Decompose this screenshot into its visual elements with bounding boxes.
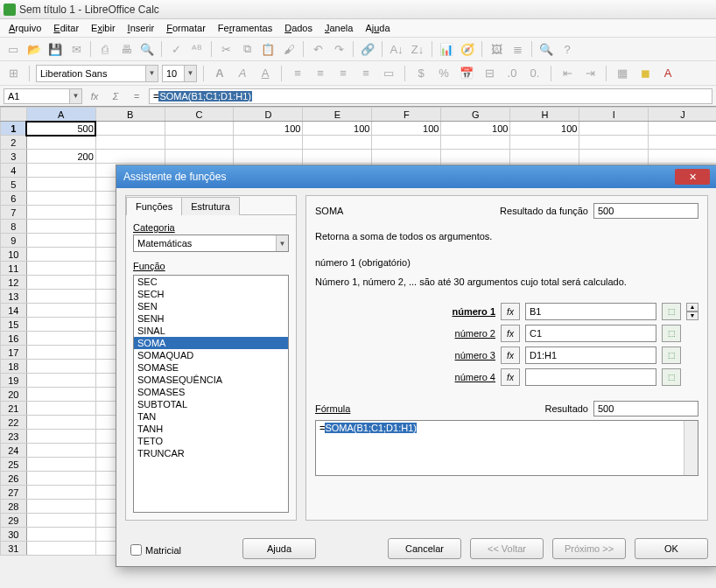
cell-A17[interactable] — [26, 346, 95, 360]
row-header-3[interactable]: 3 — [1, 150, 27, 164]
cell-I1[interactable] — [579, 122, 649, 136]
autocheck-icon[interactable]: ᴬᴮ — [187, 39, 207, 59]
cell-H2[interactable] — [510, 136, 579, 150]
row-header-18[interactable]: 18 — [1, 360, 27, 374]
function-wizard-icon[interactable]: fx — [86, 88, 103, 104]
bgcolor-icon[interactable]: ◼ — [635, 64, 655, 83]
email-icon[interactable]: ✉ — [67, 39, 86, 59]
cell-A8[interactable] — [26, 220, 95, 234]
shrink-icon[interactable]: ⬚ — [662, 368, 681, 386]
cell-F1[interactable]: 100 — [372, 122, 441, 136]
percent-icon[interactable]: % — [434, 64, 453, 83]
function-item[interactable]: SOMAQUAD — [134, 349, 288, 361]
cell-B3[interactable] — [95, 150, 165, 164]
menu-exibir[interactable]: Exibir — [86, 21, 121, 35]
function-item[interactable]: SUBTOTAL — [134, 398, 288, 410]
align-left-icon[interactable]: ≡ — [288, 64, 307, 83]
cell-A3[interactable]: 200 — [26, 150, 95, 164]
row-header-6[interactable]: 6 — [1, 192, 27, 206]
date-icon[interactable]: 📅 — [457, 64, 476, 83]
cell-F3[interactable] — [372, 150, 441, 164]
currency-icon[interactable]: $ — [411, 64, 431, 83]
fx-icon[interactable]: fx — [501, 346, 520, 364]
row-header-10[interactable]: 10 — [1, 248, 27, 262]
next-button[interactable]: Próximo >> — [552, 538, 626, 559]
pdf-icon[interactable]: ⎙ — [95, 39, 115, 59]
row-header-9[interactable]: 9 — [1, 234, 27, 248]
cell-I3[interactable] — [579, 150, 649, 164]
cell-I2[interactable] — [579, 136, 649, 150]
cell-C2[interactable] — [165, 136, 234, 150]
fontcolor-icon[interactable]: A — [658, 64, 677, 83]
function-item[interactable]: SINAL — [134, 325, 288, 337]
cell-A14[interactable] — [26, 304, 95, 318]
align-right-icon[interactable]: ≡ — [333, 64, 353, 83]
row-header-21[interactable]: 21 — [1, 402, 27, 416]
shrink-icon[interactable]: ⬚ — [662, 325, 681, 342]
row-header-17[interactable]: 17 — [1, 346, 27, 360]
col-header-G[interactable]: G — [441, 108, 510, 122]
cell-G3[interactable] — [441, 150, 510, 164]
function-item[interactable]: SOMASES — [134, 386, 288, 398]
cell-A29[interactable] — [26, 514, 95, 528]
underline-icon[interactable]: A — [256, 64, 275, 83]
brush-icon[interactable]: 🖌 — [279, 39, 298, 59]
menu-formatar[interactable]: Formatar — [161, 21, 211, 35]
navigator-icon[interactable]: 🧭 — [458, 39, 477, 59]
cut-icon[interactable]: ✂ — [216, 39, 235, 59]
cell-A28[interactable] — [26, 500, 95, 514]
cell-A6[interactable] — [26, 192, 95, 206]
cell-B1[interactable] — [95, 122, 165, 136]
cell-A23[interactable] — [26, 430, 95, 444]
cell-A27[interactable] — [26, 486, 95, 500]
shrink-icon[interactable]: ⬚ — [662, 346, 681, 364]
cell-A25[interactable] — [26, 458, 95, 472]
cell-A16[interactable] — [26, 332, 95, 346]
equals-icon[interactable]: = — [128, 88, 145, 104]
cell-A22[interactable] — [26, 416, 95, 430]
col-header-I[interactable]: I — [579, 108, 649, 122]
font-name-combo[interactable]: Liberation Sans ▼ — [36, 65, 158, 82]
fx-icon[interactable]: fx — [501, 303, 520, 320]
select-all-corner[interactable] — [1, 108, 27, 122]
cell-A26[interactable] — [26, 472, 95, 486]
matricial-check-input[interactable] — [130, 544, 142, 556]
row-header-5[interactable]: 5 — [1, 178, 27, 192]
col-header-F[interactable]: F — [372, 108, 441, 122]
cell-E3[interactable] — [303, 150, 372, 164]
cell-reference-box[interactable]: A1 ▼ — [4, 88, 82, 104]
preview-icon[interactable]: 🔍 — [137, 39, 157, 59]
col-header-D[interactable]: D — [234, 108, 303, 122]
align-justify-icon[interactable]: ≡ — [356, 64, 376, 83]
row-header-15[interactable]: 15 — [1, 318, 27, 332]
add-decimal-icon[interactable]: .0 — [502, 64, 522, 83]
row-header-4[interactable]: 4 — [1, 164, 27, 178]
cell-A20[interactable] — [26, 388, 95, 402]
row-header-11[interactable]: 11 — [1, 262, 27, 276]
cell-A9[interactable] — [26, 234, 95, 248]
row-header-8[interactable]: 8 — [1, 220, 27, 234]
link-icon[interactable]: 🔗 — [358, 39, 377, 59]
arg-input-4[interactable] — [525, 368, 656, 386]
row-header-28[interactable]: 28 — [1, 500, 27, 514]
sort-desc-icon[interactable]: Z↓ — [408, 39, 427, 59]
sort-asc-icon[interactable]: A↓ — [387, 39, 406, 59]
function-item[interactable]: TETO — [134, 435, 288, 447]
row-header-13[interactable]: 13 — [1, 290, 27, 304]
col-header-B[interactable]: B — [95, 108, 165, 122]
row-header-29[interactable]: 29 — [1, 514, 27, 528]
row-header-23[interactable]: 23 — [1, 430, 27, 444]
cell-C3[interactable] — [165, 150, 234, 164]
arg-input-1[interactable]: B1 — [525, 303, 656, 320]
open-icon[interactable]: 📂 — [25, 39, 44, 59]
arg-input-2[interactable]: C1 — [525, 325, 656, 342]
cell-A11[interactable] — [26, 262, 95, 276]
function-listbox[interactable]: SECSECHSENSENHSINALSOMASOMAQUADSOMASESOM… — [133, 275, 289, 513]
cell-A13[interactable] — [26, 290, 95, 304]
cell-H3[interactable] — [510, 150, 579, 164]
remove-decimal-icon[interactable]: 0. — [525, 64, 544, 83]
dropdown-icon[interactable]: ▼ — [69, 89, 81, 103]
col-header-E[interactable]: E — [303, 108, 372, 122]
close-icon[interactable]: ✕ — [675, 169, 710, 185]
cell-A15[interactable] — [26, 318, 95, 332]
